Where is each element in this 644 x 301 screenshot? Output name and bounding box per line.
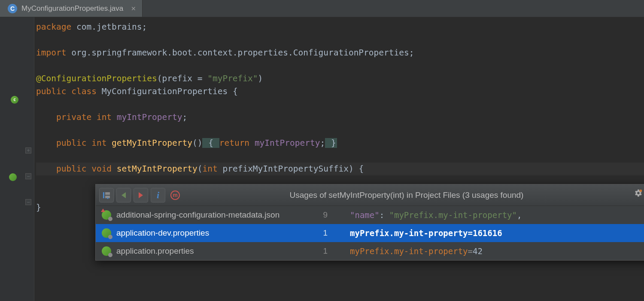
string-literal: "myPrefix" [207,74,258,83]
usage-row[interactable]: application.properties1myPrefix.my-int-p… [96,242,644,260]
usages-popup: i m Usages of setMyIntProperty(int) in P… [95,184,644,261]
code-token: ; [320,138,325,148]
usage-file-name: additional-spring-configuration-metadata… [116,209,305,221]
class-file-icon: C [8,4,17,13]
spring-gutter-icon[interactable] [8,172,18,182]
usage-code-preview: "name": "myPrefix.my-int-property", [333,209,644,221]
code-token: com.jetbrains; [71,22,147,32]
open-find-tool-window-button[interactable] [99,188,114,203]
brace: { [202,138,219,148]
code-token: { [233,86,238,96]
prev-occurrence-button[interactable] [116,188,131,203]
file-type-icon [102,210,111,220]
editor-gutter: + − − [0,17,34,301]
usage-row[interactable]: additional-spring-configuration-metadata… [96,206,644,224]
file-type-icon [102,228,111,238]
info-button[interactable]: i [151,188,165,203]
method-name: getMyIntProperty [112,138,192,148]
close-icon[interactable]: ✕ [128,5,136,12]
code-token: package [36,22,71,32]
code-token: (prefix = [157,74,207,83]
usage-line-number: 1 [310,227,328,240]
usage-code-preview: myPrefix.my-int-property=42 [333,245,644,258]
usages-popup-header: i m Usages of setMyIntProperty(int) in P… [96,184,644,206]
svg-rect-1 [105,192,110,195]
fold-expand-icon[interactable]: + [25,147,31,154]
code-token: ; [182,112,187,122]
code-token: public class [36,86,102,96]
svg-point-3 [640,190,642,192]
code-token: return [219,138,249,148]
usage-code-preview: myPrefix.my-int-property=161616 [333,227,644,240]
usages-title: Usages of setMyIntProperty(int) in Proje… [180,189,633,202]
method-name: setMyIntProperty [117,164,197,174]
code-token: public int [56,138,112,148]
code-token: int [202,164,217,174]
usage-line-number: 1 [310,245,328,258]
next-occurrence-button[interactable] [134,188,148,203]
code-token: public void [56,164,117,174]
tab-bar: C MyConfigurationProperties.java ✕ [0,0,644,17]
usage-line-number: 9 [310,209,328,221]
code-token: ( [197,164,203,174]
annotation: @ConfigurationProperties [36,74,157,83]
class-name: MyConfigurationProperties [102,86,233,96]
brace: } [325,138,337,148]
editor-tab[interactable]: C MyConfigurationProperties.java ✕ [0,0,143,17]
code-token: org.springframework.boot.context.propert… [66,48,414,58]
parameter: prefixMyIntPropertySuffix) { [218,164,364,174]
fold-collapse-icon[interactable]: − [25,173,31,179]
usage-file-name: application-dev.properties [116,227,305,240]
spring-bean-gutter-icon[interactable] [9,95,20,105]
code-editor[interactable]: package com.jetbrains; import org.spring… [34,17,644,301]
code-token [249,138,255,148]
usage-file-name: application.properties [116,245,305,258]
method-badge-icon: m [170,190,180,200]
code-token: private int [56,112,117,122]
code-token: ) [258,74,263,83]
code-token: import [36,48,66,58]
fold-collapse-icon[interactable]: − [25,199,31,205]
identifier: myIntProperty [255,138,320,148]
usage-row[interactable]: application-dev.properties1myPrefix.my-i… [96,224,644,242]
tab-filename: MyConfigurationProperties.java [21,4,123,13]
settings-icon[interactable] [633,188,643,202]
field-name: myIntProperty [117,112,182,122]
file-type-icon [102,246,111,256]
svg-rect-0 [103,192,104,198]
code-token: () [192,138,202,148]
